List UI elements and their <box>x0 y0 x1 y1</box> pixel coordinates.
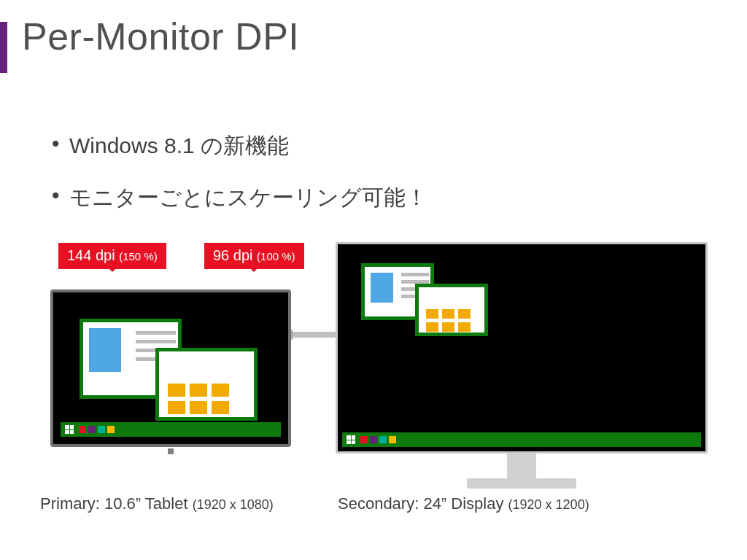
callout-secondary-dpi: 96 dpi (100 %) <box>204 243 304 269</box>
taskbar-icon <box>61 422 281 437</box>
image-thumb-icon <box>371 273 393 303</box>
taskbar-app-icon <box>370 436 377 443</box>
taskbar-app-icon <box>389 436 396 443</box>
text-line-icon <box>401 273 429 276</box>
monitor-device-icon <box>336 242 708 454</box>
taskbar-app-icon <box>360 436 368 443</box>
bullet-2: モニターごとにスケーリング可能！ <box>69 183 427 213</box>
bullet-1: Windows 8.1 の新機能 <box>69 131 427 161</box>
callout-pct-value: (150 %) <box>119 250 158 262</box>
tile-icon <box>458 309 471 319</box>
tile-icon <box>426 309 438 319</box>
callout-primary-dpi: 144 dpi (150 %) <box>58 243 166 269</box>
start-logo-icon <box>347 435 355 444</box>
tile-icon <box>442 309 454 319</box>
caption-main: Primary: 10.6” Tablet <box>40 494 193 513</box>
tile-icon <box>442 322 454 332</box>
accent-bar <box>0 22 7 73</box>
tile-icon <box>426 322 438 332</box>
taskbar-icon <box>342 432 701 447</box>
slide: Per-Monitor DPI Windows 8.1 の新機能 モニターごとに… <box>0 0 747 560</box>
caption-sub: (1920 x 1200) <box>508 497 589 512</box>
callout-pct-value: (100 %) <box>257 250 295 262</box>
app-window-tiles-icon <box>415 284 488 336</box>
bullet-list: Windows 8.1 の新機能 モニターごとにスケーリング可能！ <box>40 131 427 235</box>
image-thumb-icon <box>89 328 121 372</box>
tile-icon <box>168 401 185 414</box>
tile-icon <box>458 322 471 332</box>
caption-primary: Primary: 10.6” Tablet (1920 x 1080) <box>40 494 274 513</box>
text-line-icon <box>136 331 176 335</box>
tablet-screen <box>61 300 281 437</box>
taskbar-app-icon <box>379 436 387 443</box>
taskbar-app-icon <box>79 426 86 433</box>
tile-icon <box>190 384 207 397</box>
callout-dpi-value: 144 dpi <box>67 247 115 263</box>
caption-secondary: Secondary: 24” Display (1920 x 1200) <box>338 494 589 513</box>
taskbar-app-icon <box>98 426 105 433</box>
tile-icon <box>212 401 229 414</box>
taskbar-app-icon <box>107 426 115 433</box>
monitor-stand-base-icon <box>467 478 576 489</box>
app-window-tiles-icon <box>155 348 258 421</box>
tile-icon <box>190 401 207 414</box>
caption-main: Secondary: 24” Display <box>338 494 508 513</box>
text-line-icon <box>136 340 176 343</box>
display-cable-icon <box>291 332 336 338</box>
slide-title: Per-Monitor DPI <box>22 15 299 58</box>
tile-icon <box>212 384 229 397</box>
tablet-device-icon <box>50 289 291 447</box>
monitor-stand-neck-icon <box>507 454 536 478</box>
start-logo-icon <box>65 425 74 434</box>
tile-icon <box>168 384 185 397</box>
taskbar-app-icon <box>88 426 96 433</box>
callout-dpi-value: 96 dpi <box>213 247 253 263</box>
caption-sub: (1920 x 1080) <box>193 497 274 512</box>
monitor-screen <box>342 249 701 447</box>
